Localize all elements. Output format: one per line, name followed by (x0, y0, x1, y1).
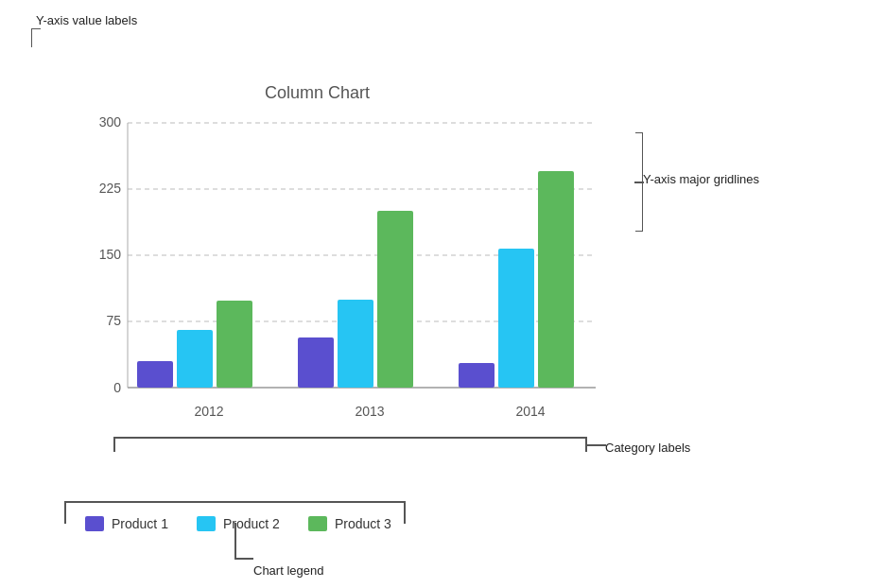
legend-label-p2: Product 2 (223, 516, 280, 531)
bar-2014-p3 (538, 171, 574, 388)
bar-2012-p1 (137, 361, 173, 388)
svg-text:0: 0 (113, 380, 121, 395)
legend-label-p1: Product 1 (112, 516, 168, 531)
category-labels-annotation: Category labels (605, 441, 690, 455)
svg-text:2013: 2013 (355, 404, 384, 419)
legend-item-p2: Product 2 (197, 516, 280, 531)
bar-2012-p2 (177, 330, 213, 388)
legend-item-p1: Product 1 (85, 516, 168, 531)
svg-text:300: 300 (99, 114, 122, 130)
chart-legend-annotation: Chart legend (253, 563, 323, 578)
legend-bracket-arrow (234, 558, 253, 560)
legend-label-p3: Product 3 (335, 516, 391, 531)
chart-svg: 0 75 150 225 300 2012 2013 2014 (85, 104, 615, 463)
svg-text:75: 75 (106, 313, 121, 328)
legend-item-p3: Product 3 (308, 516, 391, 531)
bar-2013-p1 (298, 337, 334, 388)
gridlines-bracket-line (634, 182, 644, 183)
bar-2013-p3 (377, 211, 413, 388)
legend-bracket-top (64, 501, 405, 503)
svg-text:2014: 2014 (515, 404, 545, 419)
y-axis-major-gridlines-annotation: Y-axis major gridlines (643, 172, 759, 186)
svg-text:2012: 2012 (194, 404, 223, 419)
y-axis-label-bracket (31, 28, 41, 47)
svg-text:150: 150 (99, 247, 122, 262)
bar-2013-p2 (338, 300, 373, 388)
chart-title: Column Chart (265, 83, 370, 103)
page-container: Y-axis value labels Column Chart Y-axis … (0, 0, 885, 588)
chart-legend: Product 1 Product 2 Product 3 (85, 516, 391, 531)
bar-2014-p1 (459, 363, 495, 388)
legend-swatch-p2 (197, 516, 216, 531)
y-axis-value-labels-annotation: Y-axis value labels (36, 13, 137, 27)
legend-swatch-p3 (308, 516, 327, 531)
svg-text:225: 225 (99, 181, 122, 196)
legend-swatch-p1 (85, 516, 104, 531)
legend-bracket-right (404, 501, 406, 524)
bar-2014-p2 (498, 249, 534, 388)
bar-2012-p3 (217, 301, 252, 388)
legend-bracket-left (64, 501, 66, 524)
